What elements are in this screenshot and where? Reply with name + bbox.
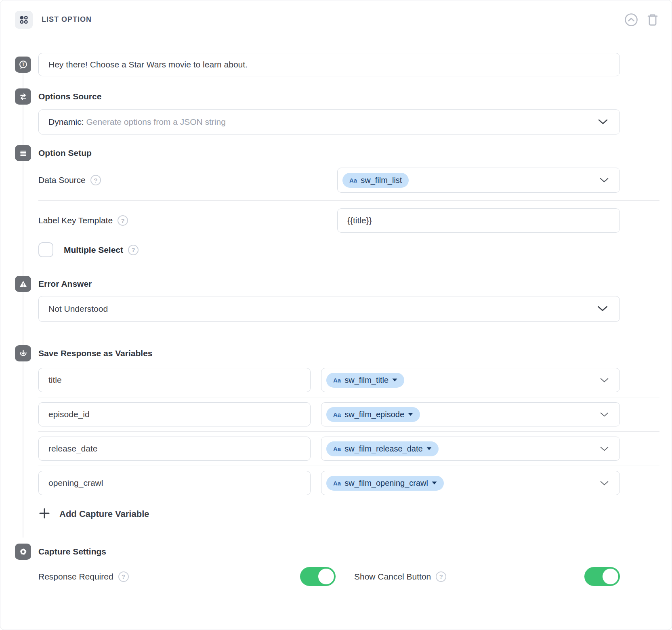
capture-variable-name: sw_film_release_date (344, 444, 422, 454)
message-text-input[interactable]: Hey there! Choose a Star Wars movie to l… (38, 53, 620, 76)
collapse-circle-chevron-up-icon[interactable] (624, 13, 638, 27)
chevron-down-icon (600, 410, 609, 419)
capture-key-value: episode_id (48, 410, 90, 419)
capture-variable-row: opening_crawl Aa sw_film_opening_crawl (38, 471, 620, 495)
data-source-variable-chip[interactable]: Aa sw_film_list (342, 173, 409, 188)
swap-arrows-icon (15, 88, 31, 105)
capture-variable-row: release_date Aa sw_film_release_date (38, 437, 620, 461)
capture-key-value: release_date (48, 444, 97, 454)
multiple-select-checkbox[interactable] (38, 242, 53, 257)
chip-caret-icon (432, 481, 437, 485)
warning-triangle-icon (15, 276, 31, 292)
data-source-select[interactable]: Aa sw_film_list (337, 168, 620, 193)
options-source-selected-prefix: Dynamic: (48, 117, 84, 126)
chip-caret-icon (408, 413, 413, 416)
help-icon[interactable]: ? (436, 571, 446, 582)
capture-variable-select[interactable]: Aa sw_film_episode (321, 402, 620, 426)
chip-caret-icon (392, 378, 397, 382)
capture-key-value: opening_crawl (48, 478, 103, 488)
capture-variable-row: title Aa sw_film_title (38, 368, 620, 392)
add-capture-variable-label: Add Capture Variable (59, 509, 149, 519)
response-required-label: Response Required (38, 572, 113, 582)
chevron-down-icon (600, 375, 609, 385)
capture-settings-label: Capture Settings (38, 547, 106, 556)
list-option-block-editor: LIST OPTION (0, 0, 672, 630)
options-source-select[interactable]: Dynamic: Generate options from a JSON st… (38, 109, 620, 134)
capture-variable-select[interactable]: Aa sw_film_opening_crawl (321, 471, 620, 495)
capture-variable-row: episode_id Aa sw_film_episode (38, 402, 620, 426)
show-cancel-button-label: Show Cancel Button (354, 572, 431, 582)
error-answer-label: Error Answer (38, 279, 92, 289)
capture-variable-chip[interactable]: Aa sw_film_release_date (326, 441, 439, 456)
capture-key-value: title (48, 375, 62, 385)
trash-icon[interactable] (646, 13, 659, 27)
options-source-label: Options Source (38, 92, 101, 101)
chevron-down-icon (597, 304, 608, 314)
label-key-template-label: Label Key Template (38, 216, 113, 225)
capture-variable-name: sw_film_title (344, 376, 388, 385)
help-icon[interactable]: ? (90, 175, 101, 185)
row-divider (38, 466, 659, 466)
block-title: LIST OPTION (42, 15, 92, 24)
save-response-label: Save Response as Variables (38, 349, 153, 358)
response-required-toggle[interactable] (300, 567, 336, 586)
message-text-value: Hey there! Choose a Star Wars movie to l… (48, 60, 248, 69)
help-icon[interactable]: ? (118, 571, 129, 582)
row-divider (38, 397, 659, 397)
capture-variable-chip[interactable]: Aa sw_film_opening_crawl (326, 476, 444, 491)
label-key-template-value: {{title}} (347, 216, 372, 225)
capture-key-input[interactable]: opening_crawl (38, 471, 311, 495)
help-icon[interactable]: ? (118, 215, 128, 226)
save-download-icon (15, 345, 31, 361)
add-capture-variable-button[interactable]: Add Capture Variable (38, 507, 620, 521)
chevron-down-icon (599, 175, 609, 185)
capture-key-input[interactable]: episode_id (38, 402, 311, 426)
chip-caret-icon (426, 447, 432, 450)
row-divider (38, 431, 659, 432)
capture-variable-name: sw_film_episode (344, 410, 404, 419)
svg-text:T: T (22, 62, 25, 67)
variable-type-badge: Aa (333, 445, 341, 452)
data-source-label: Data Source (38, 175, 86, 185)
list-lines-icon (15, 145, 31, 161)
chevron-down-icon (600, 444, 609, 454)
option-setup-label: Option Setup (38, 148, 92, 158)
error-answer-value: Not Understood (48, 304, 108, 314)
multiple-select-label: Multiple Select (64, 245, 123, 255)
variable-type-badge: Aa (333, 377, 341, 384)
plus-icon (38, 507, 50, 521)
chevron-down-icon (600, 478, 609, 488)
capture-variable-chip[interactable]: Aa sw_film_episode (326, 407, 420, 422)
block-header: LIST OPTION (0, 0, 672, 39)
list-option-dots-icon (15, 11, 33, 29)
error-answer-select[interactable]: Not Understood (38, 296, 620, 322)
gear-icon (15, 544, 31, 560)
capture-variable-name: sw_film_opening_crawl (344, 479, 428, 488)
help-icon[interactable]: ? (128, 245, 139, 255)
label-key-template-input[interactable]: {{title}} (337, 208, 620, 233)
data-source-variable-name: sw_film_list (361, 176, 402, 185)
options-source-selected-hint: Generate options from a JSON string (86, 117, 226, 126)
variable-type-badge: Aa (333, 480, 341, 487)
capture-key-input[interactable]: title (38, 368, 311, 392)
capture-variable-chip[interactable]: Aa sw_film_title (326, 373, 404, 388)
row-divider (38, 200, 659, 201)
chevron-down-icon (598, 117, 608, 127)
show-cancel-button-toggle[interactable] (584, 567, 620, 586)
variable-type-badge: Aa (333, 411, 341, 418)
capture-variable-select[interactable]: Aa sw_film_release_date (321, 437, 620, 461)
text-message-icon: T (15, 57, 31, 73)
capture-key-input[interactable]: release_date (38, 437, 311, 461)
variable-type-badge: Aa (349, 177, 357, 184)
capture-variable-select[interactable]: Aa sw_film_title (321, 368, 620, 392)
